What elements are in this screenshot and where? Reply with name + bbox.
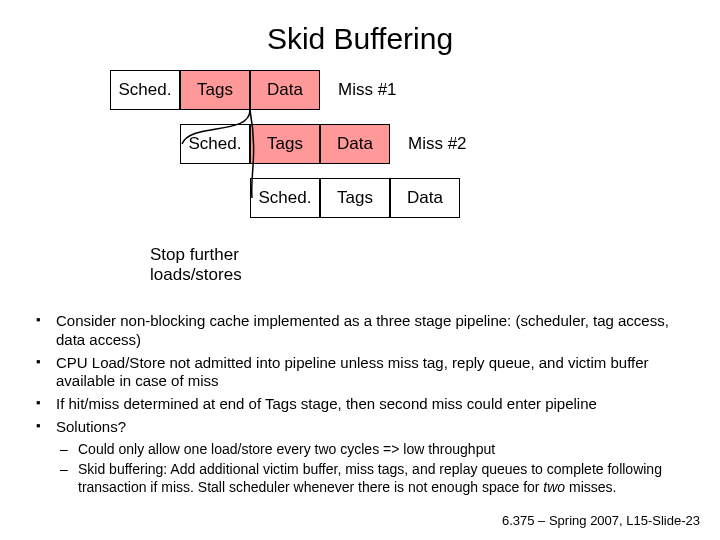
stop-line-1: Stop further — [150, 245, 239, 264]
dash-list: Could only allow one load/store every tw… — [60, 441, 690, 497]
bullet-item: Solutions? Could only allow one load/sto… — [30, 418, 690, 496]
dash-item: Skid buffering: Add additional victim bu… — [60, 461, 690, 496]
slide-footer: 6.375 – Spring 2007, L15-Slide-23 — [502, 513, 700, 528]
stage-data: Data — [320, 124, 390, 164]
stop-further-label: Stop further loads/stores — [150, 245, 242, 284]
stage-data: Data — [250, 70, 320, 110]
dash-item: Could only allow one load/store every tw… — [60, 441, 690, 459]
miss-label-1: Miss #1 — [338, 80, 397, 100]
pipeline-row-1: Sched. Tags Data Miss #1 — [110, 70, 397, 110]
stage-tags: Tags — [180, 70, 250, 110]
stage-data: Data — [390, 178, 460, 218]
stage-tags: Tags — [320, 178, 390, 218]
stage-sched: Sched. — [180, 124, 250, 164]
pipeline-row-2: Sched. Tags Data Miss #2 — [180, 124, 467, 164]
miss-label-2: Miss #2 — [408, 134, 467, 154]
bullet-text: Solutions? — [56, 418, 126, 435]
dash-text-post: misses. — [565, 479, 616, 495]
stop-line-2: loads/stores — [150, 265, 242, 284]
bullet-item: CPU Load/Store not admitted into pipelin… — [30, 354, 690, 392]
dash-text: Could only allow one load/store every tw… — [78, 441, 495, 457]
bullet-item: Consider non-blocking cache implemented … — [30, 312, 690, 350]
stage-sched: Sched. — [110, 70, 180, 110]
dash-emph: two — [543, 479, 565, 495]
bullet-item: If hit/miss determined at end of Tags st… — [30, 395, 690, 414]
pipeline-diagram: Sched. Tags Data Miss #1 Sched. Tags Dat… — [110, 64, 720, 264]
pipeline-row-3: Sched. Tags Data — [250, 178, 460, 218]
stage-tags: Tags — [250, 124, 320, 164]
slide-title: Skid Buffering — [0, 0, 720, 64]
stage-sched: Sched. — [250, 178, 320, 218]
bullet-list: Consider non-blocking cache implemented … — [30, 312, 690, 496]
